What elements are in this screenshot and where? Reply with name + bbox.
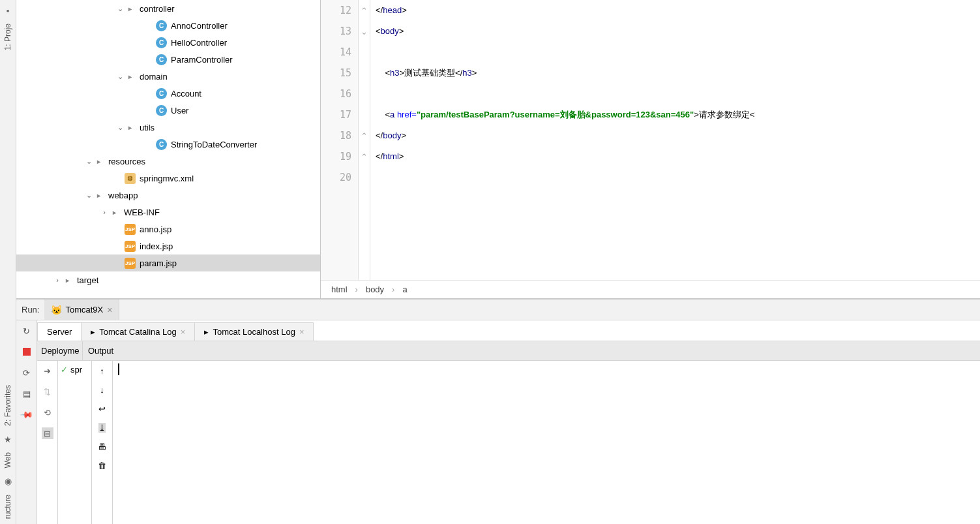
tree-item-user[interactable]: ·CUser [16, 102, 320, 119]
deployment-list[interactable]: ✓ spr [58, 361, 92, 524]
pin-button[interactable]: 📌 [17, 405, 35, 424]
expand-button[interactable]: ⊟ [42, 427, 53, 439]
chevron-down-icon[interactable]: ⌄ [115, 123, 125, 132]
line-number[interactable]: 15 [321, 63, 351, 84]
breadcrumb-body[interactable]: body [366, 285, 384, 294]
line-number[interactable]: 20 [321, 167, 351, 188]
soft-wrap-button[interactable]: ↩ [98, 404, 106, 414]
code-line[interactable]: </html> [376, 146, 980, 167]
star-icon: ★ [3, 434, 13, 444]
fold-marker[interactable]: ⌄ [359, 21, 370, 42]
chevron-down-icon[interactable]: ⌄ [84, 157, 93, 166]
code-line[interactable] [376, 84, 980, 104]
tree-item-resources[interactable]: ⌄▸resources [16, 153, 320, 170]
line-number[interactable]: 13 [321, 21, 351, 42]
code-line[interactable] [376, 42, 980, 63]
project-tree[interactable]: ⌄▸controller·CAnnoController·CHelloContr… [16, 0, 321, 298]
tree-item-webapp[interactable]: ⌄▸webapp [16, 187, 320, 204]
code-line[interactable]: <body> [376, 21, 980, 42]
server-tab[interactable]: Server [37, 322, 82, 341]
favorites-tool-tab[interactable]: 2: Favorites [2, 380, 14, 431]
tree-item-anno-controller[interactable]: ·CAnnoController [16, 17, 320, 34]
tree-label: param.jsp [140, 258, 177, 268]
tree-label: resources [108, 157, 145, 166]
editor-breadcrumb[interactable]: html › body › a [321, 280, 980, 298]
clear-button[interactable]: 🗑 [98, 461, 106, 470]
project-tool-tab[interactable]: 1: Proje [2, 18, 14, 55]
code-folding-gutter[interactable]: ⌃⌄⌃⌃ [359, 0, 370, 280]
line-number-gutter[interactable]: 121314151617181920 [321, 0, 359, 280]
tree-item-utils[interactable]: ⌄▸utils [16, 119, 320, 136]
deployment-toolbar: ➜ ⇅ ⟲ ⊟ [37, 361, 58, 524]
tree-item-web-inf[interactable]: ›▸WEB-INF [16, 204, 320, 221]
tree-item-param-controller[interactable]: ·CParamController [16, 51, 320, 68]
line-number[interactable]: 19 [321, 146, 351, 167]
xml-icon: ⚙ [125, 173, 136, 184]
deployment-item[interactable]: spr [70, 365, 82, 375]
structure-tool-tab[interactable]: ructure [2, 489, 14, 524]
tree-item-springmvc-xml[interactable]: ·⚙springmvc.xml [16, 170, 320, 187]
tree-label: domain [140, 72, 168, 82]
code-line[interactable]: <a href="param/testBaseParam?username=刘备… [376, 104, 980, 125]
refresh-button[interactable]: ⟲ [42, 407, 53, 418]
chevron-down-icon[interactable]: ⌄ [115, 4, 125, 13]
close-icon[interactable]: × [181, 327, 186, 337]
fold-marker[interactable]: ⌃ [359, 0, 370, 21]
localhost-log-tab[interactable]: ▸ Tomcat Localhost Log × [194, 322, 314, 341]
print-button[interactable]: 🖶 [98, 442, 106, 452]
code-line[interactable]: <h3>测试基础类型</h3> [376, 63, 980, 84]
undeploy-button[interactable]: ⇅ [42, 386, 53, 397]
jsp-icon: JSP [125, 224, 136, 235]
chevron-right-icon[interactable]: › [100, 208, 109, 217]
code-line[interactable]: </head> [376, 0, 980, 21]
tree-item-hello-controller[interactable]: ·CHelloController [16, 34, 320, 51]
web-tool-tab[interactable]: Web [2, 447, 14, 473]
close-icon[interactable]: × [299, 327, 304, 337]
code-line[interactable] [376, 167, 980, 188]
console-toolbar: ↑ ↓ ↩ ⤓ 🖶 🗑 [92, 361, 113, 524]
breadcrumb-a[interactable]: a [402, 285, 407, 294]
chevron-right-icon[interactable]: › [53, 275, 62, 285]
close-icon[interactable]: × [107, 305, 112, 315]
folder-icon: ▸ [62, 275, 73, 286]
tree-item-param-jsp[interactable]: ·JSPparam.jsp [16, 254, 320, 271]
restart-button[interactable]: ⟳ [20, 366, 33, 379]
layout-button[interactable]: ▤ [20, 387, 33, 400]
chevron-down-icon[interactable]: ⌄ [84, 191, 93, 200]
line-number[interactable]: 16 [321, 84, 351, 104]
up-button[interactable]: ↑ [100, 366, 104, 376]
tree-label: utils [140, 123, 155, 132]
check-icon: ✓ [61, 365, 68, 375]
scroll-to-end-button[interactable]: ⤓ [98, 423, 106, 433]
class-icon: C [156, 37, 167, 48]
folder-icon: ▸ [125, 71, 136, 82]
tree-item-string-to-date-converter[interactable]: ·CStringToDateConverter [16, 136, 320, 153]
breadcrumb-html[interactable]: html [331, 285, 348, 294]
console-output[interactable] [113, 361, 980, 524]
tree-item-anno-jsp[interactable]: ·JSPanno.jsp [16, 221, 320, 238]
code-line[interactable]: </body> [376, 125, 980, 146]
line-number[interactable]: 12 [321, 0, 351, 21]
line-number[interactable]: 18 [321, 125, 351, 146]
rerun-button[interactable]: ↻ [20, 324, 33, 337]
tree-item-index-jsp[interactable]: ·JSPindex.jsp [16, 238, 320, 254]
fold-marker[interactable]: ⌃ [359, 146, 370, 167]
tree-item-controller[interactable]: ⌄▸controller [16, 0, 320, 17]
deployment-header: Deployme [37, 341, 83, 360]
chevron-down-icon[interactable]: ⌄ [115, 72, 125, 81]
code-editor[interactable]: </head><body> <h3>测试基础类型</h3> <a href="p… [370, 0, 980, 280]
log-icon: ▸ [204, 327, 209, 337]
tree-item-domain[interactable]: ⌄▸domain [16, 68, 320, 85]
folder-icon: ▸ [125, 122, 136, 133]
run-config-tab[interactable]: 🐱 Tomcat9X × [44, 300, 119, 320]
fold-marker[interactable]: ⌃ [359, 125, 370, 146]
tree-label: ParamController [171, 55, 233, 65]
deploy-button[interactable]: ➜ [42, 365, 53, 377]
catalina-log-tab[interactable]: ▸ Tomcat Catalina Log × [81, 322, 195, 341]
line-number[interactable]: 14 [321, 42, 351, 63]
stop-button[interactable] [20, 345, 33, 358]
down-button[interactable]: ↓ [100, 385, 104, 395]
tree-item-account[interactable]: ·CAccount [16, 85, 320, 102]
tree-item-target[interactable]: ›▸target [16, 271, 320, 288]
line-number[interactable]: 17 [321, 104, 351, 125]
